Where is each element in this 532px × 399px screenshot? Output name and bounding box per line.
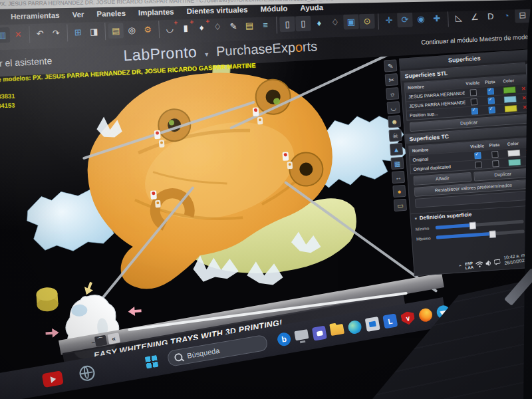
- ruler-icon[interactable]: ◺: [451, 10, 467, 26]
- redo-icon[interactable]: ↷: [48, 25, 64, 41]
- color-swatch[interactable]: [503, 95, 517, 102]
- arch-icon[interactable]: ◡: [387, 101, 400, 114]
- menu-item-paneles[interactable]: Paneles: [96, 9, 126, 17]
- screen-share-icon[interactable]: [294, 329, 309, 340]
- folder-icon[interactable]: ▭: [394, 199, 407, 211]
- marquee-back-button[interactable]: ⌒: [94, 334, 106, 346]
- arch-add-icon[interactable]: ◡+: [162, 21, 178, 37]
- delete-icon[interactable]: ✕: [10, 27, 26, 43]
- move-icon[interactable]: ✛: [381, 13, 397, 29]
- nav-arrow-top[interactable]: [82, 281, 95, 297]
- cut-icon[interactable]: ✂: [385, 73, 398, 86]
- tooth-blue-icon[interactable]: ♦: [311, 15, 327, 31]
- mcafee-icon[interactable]: ∨: [400, 311, 416, 326]
- max-spinner[interactable]: [527, 227, 532, 235]
- prism-icon[interactable]: ▲: [390, 143, 403, 156]
- menu-item-dientes-virtuales[interactable]: Dientes virtuales: [186, 5, 247, 15]
- wifi-icon[interactable]: [475, 261, 483, 267]
- telegram-icon[interactable]: [436, 305, 451, 320]
- youtube-icon[interactable]: [42, 370, 64, 388]
- pencil-icon[interactable]: ✎: [384, 59, 397, 72]
- store-icon[interactable]: [365, 317, 380, 332]
- firefox-icon[interactable]: [418, 307, 434, 323]
- bulb-icon[interactable]: ☼: [386, 87, 399, 100]
- implant-post-2-icon[interactable]: ▯: [295, 15, 311, 31]
- tray-clock[interactable]: 10:42 a. m.26/10/2023: [503, 252, 527, 266]
- pista-checkbox[interactable]: [492, 160, 499, 167]
- max-slider[interactable]: [436, 229, 525, 239]
- delete-row-icon[interactable]: ✕: [523, 148, 532, 155]
- max-slider-thumb[interactable]: [489, 231, 496, 239]
- angle-icon[interactable]: ∠: [467, 9, 483, 25]
- tooth-add-icon[interactable]: ♦+: [194, 19, 209, 35]
- chevron-down-icon[interactable]: ▼: [203, 51, 209, 58]
- menu-item-implantes[interactable]: Implantes: [138, 7, 174, 17]
- archive-icon[interactable]: ▤: [108, 23, 124, 39]
- nav-arrow-left[interactable]: [45, 328, 59, 338]
- min-slider-thumb[interactable]: [469, 222, 476, 230]
- letter-d-icon[interactable]: D: [483, 9, 499, 25]
- pista-checkbox[interactable]: [487, 88, 494, 95]
- visible-checkbox[interactable]: [470, 98, 477, 105]
- tooth-white-icon[interactable]: ♢: [327, 15, 343, 31]
- notifications-icon[interactable]: [494, 258, 501, 265]
- color-swatch[interactable]: [503, 86, 516, 93]
- card-icon[interactable]: ▤: [241, 18, 257, 34]
- implant-add-icon[interactable]: ▮+: [178, 20, 194, 36]
- implant-post-icon[interactable]: ▯: [279, 16, 295, 32]
- skull-icon[interactable]: ☠: [388, 129, 402, 142]
- color-swatch[interactable]: [507, 158, 521, 166]
- export-icon[interactable]: ◨: [86, 24, 102, 40]
- edge-icon[interactable]: [347, 319, 362, 334]
- layout-icon[interactable]: ⊞: [70, 25, 86, 41]
- file-explorer-icon[interactable]: [330, 323, 344, 335]
- rotate-view-icon[interactable]: ⟳: [397, 12, 413, 28]
- articulator-icon[interactable]: ⚙: [140, 21, 156, 37]
- assistant-link[interactable]: iar el asistente: [0, 55, 53, 69]
- search-detail-icon[interactable]: ◎: [124, 22, 140, 38]
- delete-row-icon[interactable]: ✕: [524, 158, 532, 164]
- menu-item-ver[interactable]: Ver: [72, 10, 84, 19]
- purchase-exports-logo[interactable]: PurchaseExports: [216, 39, 318, 59]
- teams-icon[interactable]: [312, 326, 327, 341]
- keyboard-language-indicator[interactable]: ESPLAA: [464, 261, 473, 271]
- pan-icon[interactable]: ✚: [429, 11, 445, 27]
- badge-icon[interactable]: ▣: [343, 14, 359, 30]
- windows-start-icon[interactable]: [145, 355, 159, 369]
- pista-checkbox[interactable]: [487, 97, 495, 104]
- menu-item-modulo[interactable]: Módulo: [260, 4, 287, 13]
- min-spinner[interactable]: [526, 217, 532, 225]
- tooth-icon[interactable]: ♢: [209, 19, 225, 35]
- list-settings-icon[interactable]: ≡: [257, 17, 273, 33]
- visible-checkbox[interactable]: [471, 107, 478, 114]
- pista-checkbox[interactable]: [491, 150, 499, 158]
- face-icon[interactable]: ☻: [388, 115, 401, 128]
- visible-checkbox[interactable]: [474, 152, 481, 159]
- spiral-icon[interactable]: ◔: [499, 8, 515, 24]
- nav-arrow-right[interactable]: [128, 306, 142, 316]
- menu-item-herramientas[interactable]: Herramientas: [11, 11, 60, 20]
- save-icon[interactable]: ▥: [0, 27, 10, 43]
- tray-expand-icon[interactable]: ⌃: [458, 263, 463, 270]
- visible-checkbox[interactable]: [475, 161, 482, 168]
- bluesky-app-icon[interactable]: b: [277, 332, 292, 347]
- volume-icon[interactable]: [485, 259, 492, 266]
- width-icon[interactable]: ↔: [392, 171, 405, 184]
- grid-icon[interactable]: ▦: [390, 157, 404, 170]
- color-swatch[interactable]: [504, 104, 517, 112]
- app-l-icon[interactable]: L: [382, 313, 398, 329]
- menu-item-ayuda[interactable]: Ayuda: [300, 3, 323, 11]
- browser-globe-icon[interactable]: [78, 364, 96, 382]
- undo-icon[interactable]: ↶: [32, 26, 48, 42]
- color-swatch[interactable]: [507, 149, 520, 156]
- min-slider[interactable]: [436, 220, 524, 229]
- sphere-icon[interactable]: ●: [392, 185, 406, 198]
- labpronto-logo[interactable]: LabPronto: [123, 43, 198, 65]
- pen-icon[interactable]: ✎: [225, 19, 241, 35]
- visible-checkbox[interactable]: [469, 88, 477, 96]
- pista-checkbox[interactable]: [488, 106, 495, 114]
- lock-icon[interactable]: ⊙: [359, 13, 375, 29]
- marquee-prev-button[interactable]: «: [107, 332, 120, 344]
- zoom-icon[interactable]: ◉: [413, 11, 429, 27]
- panel-toggle-icon[interactable]: ⊟: [515, 7, 531, 23]
